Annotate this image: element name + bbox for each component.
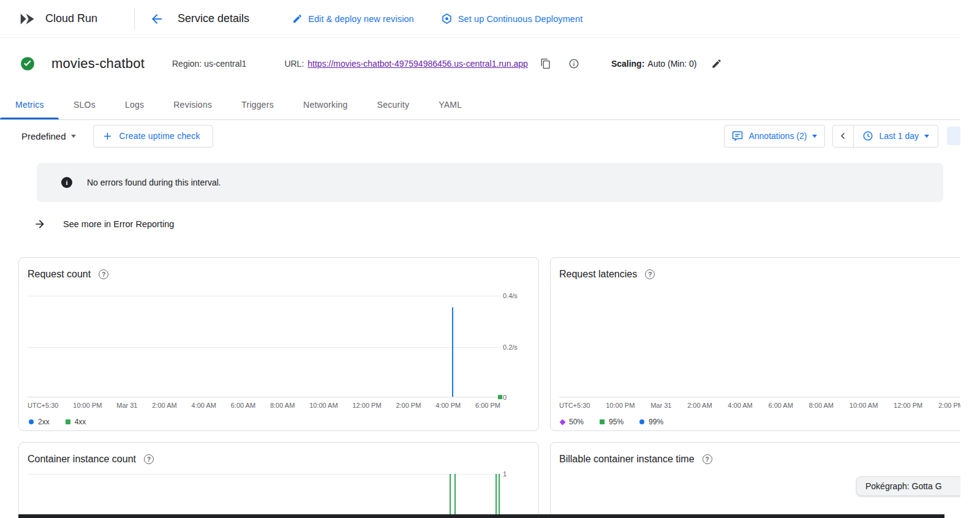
legend-item-95[interactable]: 95%: [600, 418, 624, 426]
gridline: [28, 347, 500, 348]
legend-label: 99%: [649, 418, 663, 426]
setup-continuous-deployment-button[interactable]: Set up Continuous Deployment: [441, 13, 583, 24]
edit-deploy-button[interactable]: Edit & deploy new revision: [292, 13, 414, 24]
instance-count-line: [499, 474, 500, 518]
banner-text: No errors found during this interval.: [87, 178, 221, 187]
y-axis-tick: 0: [503, 394, 530, 401]
chart-header: Request count: [28, 268, 530, 281]
x-axis-tick: 6:00 AM: [231, 402, 255, 409]
x-axis-tick: 8:00 AM: [270, 402, 295, 409]
gridline: [28, 296, 500, 296]
chart-legend: 50% 95% 99%: [560, 418, 960, 426]
time-range-edge-control[interactable]: [947, 127, 960, 145]
arrow-right-icon: [34, 218, 46, 230]
gridline: [28, 474, 500, 475]
x-axis-tick: 6:00 AM: [769, 402, 793, 409]
chevron-left-icon: [838, 130, 849, 141]
bottom-dark-bar: [18, 514, 944, 518]
time-range-dropdown[interactable]: Last 1 day: [854, 126, 938, 147]
legend-label: 50%: [569, 418, 584, 426]
x-axis-tick: 2:00 AM: [687, 402, 712, 409]
annotations-label: Annotations (2): [748, 131, 807, 141]
x-axis-tick: 12:00 PM: [894, 402, 922, 409]
blue-circle-marker-icon: [29, 419, 34, 424]
y-axis-tick: 0.2/s: [503, 343, 530, 351]
x-axis-tick: 2:00 PM: [396, 402, 421, 409]
x-axis-tick: 4:00 AM: [192, 402, 216, 409]
service-tabs: Metrics SLOs Logs Revisions Triggers Net…: [0, 89, 960, 120]
tab-networking[interactable]: Networking: [288, 89, 363, 119]
legend-item-50[interactable]: 50%: [560, 418, 584, 426]
help-icon[interactable]: [645, 269, 655, 279]
service-header: movies-chatbot Region: us-central1 URL: …: [0, 38, 960, 89]
help-icon[interactable]: [703, 454, 712, 464]
x-axis-tick: 10:00 PM: [73, 402, 102, 409]
chart-title: Billable container instance time: [559, 454, 695, 465]
request-latencies-plot: [559, 287, 960, 397]
tab-yaml[interactable]: YAML: [424, 89, 477, 119]
x-axis-tick: Mar 31: [116, 402, 137, 409]
x-axis-baseline: [28, 397, 500, 397]
clock-icon: [862, 130, 873, 141]
url-label: URL:: [284, 59, 304, 69]
tab-revisions[interactable]: Revisions: [159, 89, 227, 119]
tab-triggers[interactable]: Triggers: [227, 89, 288, 119]
create-uptime-check-button[interactable]: Create uptime check: [93, 125, 213, 148]
help-icon[interactable]: [144, 454, 154, 464]
x-axis-tick: 8:00 AM: [809, 402, 834, 409]
series-2xx-spike: [452, 307, 453, 397]
chart-title: Container instance count: [28, 454, 136, 465]
request-count-plot: 0.4/s 0.2/s 0: [28, 287, 500, 397]
create-uptime-check-label: Create uptime check: [119, 131, 200, 141]
annotations-button[interactable]: Annotations (2): [724, 125, 825, 148]
tab-metrics[interactable]: Metrics: [0, 89, 59, 119]
cloud-run-brand[interactable]: Cloud Run: [18, 10, 97, 28]
info-filled-icon: [61, 177, 72, 188]
pokegraph-overlay-tooltip: Pokégraph: Gotta G: [856, 476, 960, 496]
help-icon[interactable]: [99, 269, 108, 279]
cloud-run-logo-icon: [18, 10, 37, 28]
green-square-marker-icon: [600, 419, 605, 424]
arrow-back-icon: [149, 12, 164, 26]
x-axis-tick: UTC+5:30: [559, 402, 590, 409]
service-name: movies-chatbot: [51, 56, 145, 72]
back-button[interactable]: [149, 12, 164, 26]
blue-circle-marker-icon: [639, 419, 644, 424]
legend-item-99[interactable]: 99%: [639, 418, 663, 426]
tooltip-text: Pokégraph: Gotta G: [865, 481, 942, 491]
legend-item-2xx[interactable]: 2xx: [29, 418, 50, 426]
tab-logs[interactable]: Logs: [110, 89, 159, 119]
x-axis-tick: 2:00 PM: [938, 402, 960, 409]
edit-scaling-button[interactable]: [711, 58, 722, 69]
x-axis-tick: 4:00 PM: [435, 402, 461, 409]
header-divider: [134, 9, 135, 29]
edit-pencil-icon: [711, 58, 722, 69]
legend-item-4xx[interactable]: 4xx: [66, 418, 86, 426]
url-info-button[interactable]: [568, 58, 579, 69]
x-axis-labels: UTC+5:30 10:00 PM Mar 31 2:00 AM 4:00 AM…: [28, 402, 500, 409]
product-name: Cloud Run: [45, 12, 97, 25]
instance-count-line: [450, 474, 451, 518]
x-axis-tick: 10:00 AM: [309, 402, 337, 409]
tab-slos[interactable]: SLOs: [59, 89, 110, 119]
previous-time-window-button[interactable]: [833, 126, 854, 147]
service-url-link[interactable]: https://movies-chatbot-497594986456.us-c…: [307, 59, 528, 69]
series-4xx-point: [498, 395, 502, 399]
tab-security[interactable]: Security: [363, 89, 424, 119]
scaling-label: Scaling:: [611, 59, 644, 69]
predefined-dropdown[interactable]: Predefined: [21, 131, 76, 141]
y-axis-tick: 1: [503, 470, 530, 478]
chart-card-container-instance-count: Container instance count 1: [18, 442, 539, 518]
instance-count-line: [496, 474, 497, 518]
copy-icon: [540, 58, 551, 69]
edit-deploy-label: Edit & deploy new revision: [308, 14, 414, 24]
no-errors-banner: No errors found during this interval.: [37, 163, 943, 202]
plus-icon: [102, 130, 113, 142]
chevron-down-icon: [71, 135, 76, 138]
instance-count-line: [454, 474, 456, 518]
copy-url-button[interactable]: [540, 58, 551, 69]
error-reporting-link[interactable]: See more in Error Reporting: [34, 216, 960, 233]
y-axis-tick: 0.4/s: [503, 292, 530, 299]
page-title: Service details: [178, 12, 249, 25]
chart-header: Request latencies: [559, 268, 960, 281]
